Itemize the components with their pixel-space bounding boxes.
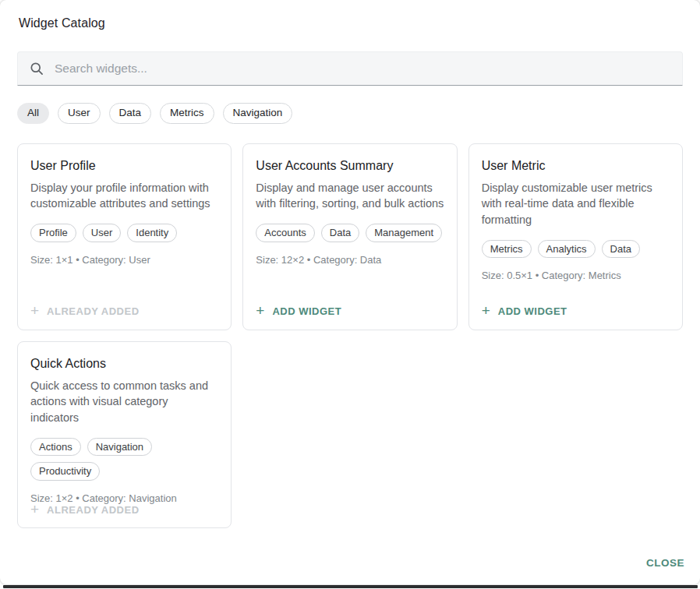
add-widget-button[interactable]: + ADD WIDGET: [482, 305, 670, 317]
widget-tags: Actions Navigation Productivity: [30, 438, 218, 481]
plus-icon: +: [30, 305, 39, 316]
action-label: ADD WIDGET: [498, 305, 567, 317]
widget-tags: Metrics Analytics Data: [482, 240, 670, 259]
widget-size-category: Size: 0.5×1 • Category: Metrics: [482, 270, 670, 281]
widget-tag: Actions: [30, 438, 81, 457]
widget-tag: Management: [366, 224, 442, 242]
action-label: ADD WIDGET: [272, 305, 341, 317]
already-added-button: + ALREADY ADDED: [30, 504, 218, 516]
filter-chip-data[interactable]: Data: [109, 103, 152, 124]
action-label: ALREADY ADDED: [47, 504, 139, 516]
filter-chip-metrics[interactable]: Metrics: [160, 103, 214, 124]
widget-description: Display your profile information with cu…: [30, 180, 218, 212]
plus-icon: +: [256, 305, 264, 316]
widget-tag: Profile: [30, 224, 76, 242]
widget-size-category: Size: 1×1 • Category: User: [30, 254, 218, 266]
widget-size-category: Size: 1×2 • Category: Navigation: [30, 492, 218, 504]
filter-chip-navigation[interactable]: Navigation: [223, 103, 293, 124]
dialog-title: Widget Catalog: [19, 16, 681, 30]
widget-catalog-dialog: Widget Catalog All User Data Metrics Nav…: [0, 0, 700, 584]
widget-description: Display and manage user accounts with fi…: [256, 180, 444, 212]
widget-title: User Profile: [30, 159, 218, 173]
category-filter-row: All User Data Metrics Navigation: [17, 103, 683, 124]
widget-tag: Metrics: [482, 240, 532, 259]
widget-card-user-accounts-summary: User Accounts Summary Display and manage…: [242, 143, 457, 330]
add-widget-button[interactable]: + ADD WIDGET: [256, 305, 444, 317]
dialog-footer: CLOSE: [0, 552, 700, 584]
widget-description: Display customizable user metrics with r…: [482, 180, 670, 228]
search-bar: [17, 51, 683, 86]
widget-tags: Accounts Data Management: [256, 224, 444, 242]
widget-size-category: Size: 12×2 • Category: Data: [256, 254, 444, 266]
widget-grid: User Profile Display your profile inform…: [17, 143, 683, 528]
widget-title: User Accounts Summary: [256, 159, 444, 173]
plus-icon: +: [482, 305, 490, 316]
filter-chip-user[interactable]: User: [58, 103, 101, 124]
plus-icon: +: [30, 504, 39, 515]
widget-tag: User: [83, 224, 121, 242]
close-button[interactable]: CLOSE: [643, 552, 688, 573]
already-added-button: + ALREADY ADDED: [30, 305, 218, 317]
widget-card-quick-actions: Quick Actions Quick access to common tas…: [17, 341, 232, 528]
action-label: ALREADY ADDED: [47, 305, 139, 317]
widget-tag: Data: [321, 224, 359, 242]
widget-tag: Identity: [127, 224, 177, 242]
widget-tag: Accounts: [256, 224, 314, 242]
widget-card-user-metric: User Metric Display customizable user me…: [468, 143, 683, 330]
widget-tag: Analytics: [538, 240, 596, 259]
filter-chip-all[interactable]: All: [17, 103, 49, 124]
background-page-edge: [3, 585, 698, 588]
widget-tag: Navigation: [87, 438, 152, 457]
widget-title: User Metric: [482, 159, 670, 173]
widget-card-user-profile: User Profile Display your profile inform…: [17, 143, 232, 330]
search-icon: [29, 61, 44, 76]
widget-description: Quick access to common tasks and actions…: [30, 378, 218, 426]
widget-tag: Productivity: [30, 462, 100, 481]
dialog-header: Widget Catalog: [0, 0, 700, 30]
widget-tags: Profile User Identity: [30, 224, 218, 242]
widget-title: Quick Actions: [30, 357, 218, 371]
widget-tag: Data: [602, 240, 640, 259]
search-input[interactable]: [55, 62, 671, 76]
